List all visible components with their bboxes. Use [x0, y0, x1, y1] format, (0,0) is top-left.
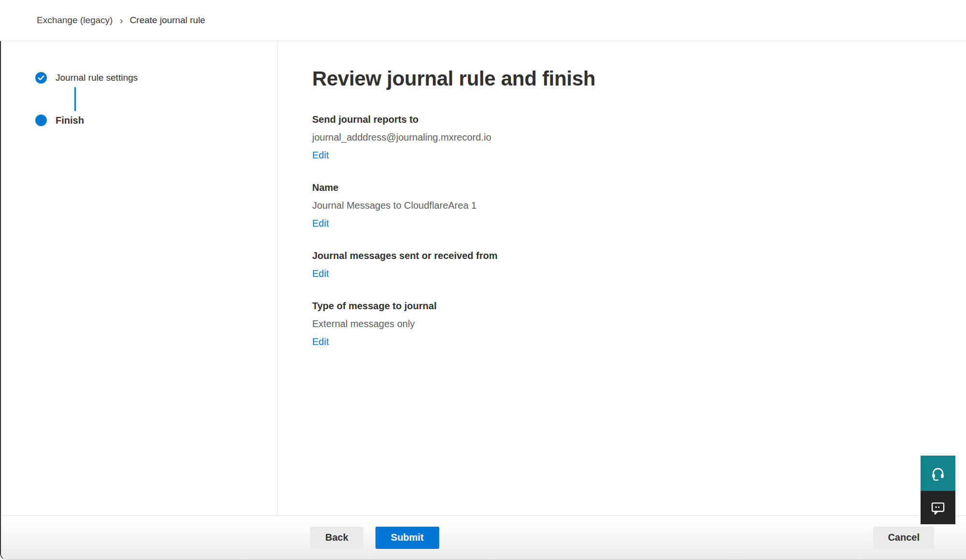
review-section-send-journal-reports-to: Send journal reports to journal_adddress…: [312, 113, 966, 162]
section-value: journal_adddress@journaling.mxrecord.io: [312, 131, 966, 144]
page-title: Review journal rule and finish: [312, 66, 966, 92]
support-button[interactable]: [921, 456, 955, 491]
review-pane: Review journal rule and finish Send jour…: [278, 41, 966, 515]
section-label: Name: [312, 181, 966, 194]
wizard-step-journal-rule-settings[interactable]: Journal rule settings: [35, 72, 277, 84]
back-button[interactable]: Back: [310, 527, 363, 549]
section-label: Journal messages sent or received from: [312, 249, 966, 262]
breadcrumb-current: Create journal rule: [130, 15, 205, 26]
wizard-step-label: Finish: [56, 114, 84, 127]
floating-help-stack: [921, 456, 955, 524]
chevron-right-icon: ›: [119, 15, 123, 25]
page-header: Exchange (legacy) › Create journal rule: [0, 0, 966, 41]
check-circle-icon: [35, 72, 47, 84]
review-section-name: Name Journal Messages to CloudflareArea …: [312, 181, 966, 230]
breadcrumb: Exchange (legacy) › Create journal rule: [37, 15, 205, 26]
review-section-message-type: Type of message to journal External mess…: [312, 300, 966, 348]
create-journal-rule-page: Exchange (legacy) › Create journal rule …: [0, 0, 966, 560]
headset-icon: [930, 466, 946, 481]
footer-action-bar: Back Submit Cancel: [1, 515, 966, 560]
review-section-journal-messages-scope: Journal messages sent or received from E…: [312, 249, 966, 280]
feedback-button[interactable]: [921, 491, 955, 524]
section-value: External messages only: [312, 317, 966, 330]
page-body: Journal rule settings Finish Review jour…: [1, 41, 966, 515]
filled-dot-icon: [35, 114, 47, 127]
edit-journal-messages-scope-link[interactable]: Edit: [312, 267, 329, 280]
wizard-step-connector: [74, 87, 76, 111]
wizard-step-finish[interactable]: Finish: [35, 114, 277, 127]
submit-button[interactable]: Submit: [375, 527, 439, 549]
breadcrumb-exchange-legacy-link[interactable]: Exchange (legacy): [37, 15, 113, 26]
section-label: Send journal reports to: [312, 113, 966, 126]
cancel-button[interactable]: Cancel: [873, 527, 934, 549]
edit-send-journal-reports-link[interactable]: Edit: [312, 149, 329, 162]
wizard-step-label: Journal rule settings: [56, 72, 138, 84]
edit-message-type-link[interactable]: Edit: [312, 335, 329, 348]
chat-bubble-icon: [930, 500, 946, 516]
wizard-sidebar: Journal rule settings Finish: [1, 41, 278, 515]
section-value: Journal Messages to CloudflareArea 1: [312, 199, 966, 212]
edit-name-link[interactable]: Edit: [312, 217, 329, 230]
page-content-frame: Journal rule settings Finish Review jour…: [0, 41, 966, 560]
footer-left-group: Back Submit: [310, 527, 439, 549]
section-label: Type of message to journal: [312, 300, 966, 313]
